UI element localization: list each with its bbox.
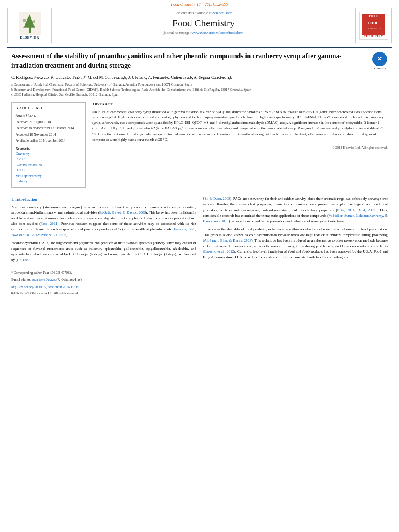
issn-line: 0308-8146/© 2014 Elsevier Ltd. All right… [11,291,388,296]
intro-para-2: Proanthocyanidins (PACs) are oligomeric … [11,240,196,263]
doi-line: http://dx.doi.org/10.1016/j.foodchem.201… [11,284,388,290]
email-author-name: (R. Quirantes-Piné). [56,278,82,281]
science-direct-link[interactable]: ScienceDirect [212,11,232,15]
svg-text:FOOD: FOOD [368,21,379,25]
affiliation-a: a Department of Analytical Chemistry, Fa… [11,82,388,87]
right-para-1: Shi, & Duan, 2008). PACs are noteworthy … [203,196,388,224]
elsevier-logo: ELSEVIER [19,12,41,39]
available-text: Available online 18 November 2014 [16,138,66,142]
keyword-stability: Stability [16,179,81,184]
article-content: Assessment of the stability of proanthoc… [0,52,399,265]
authors-line: C. Rodríguez-Pérez a,b, R. Quirantes-Pin… [11,74,388,80]
article-info-box: ARTICLE INFO Article history: Received 2… [11,102,86,188]
keywords-section: Keywords: Cranberry DMAC Gamma-irradiati… [16,146,81,184]
badge-top-label: FOOD [362,14,385,18]
revised-text: Received in revised form 17 October 2014 [16,126,74,130]
doi-link[interactable]: http://dx.doi.org/10.1016/j.foodchem.201… [11,285,80,289]
intro-para-1: American cranberry (Vaccinium macrocarpo… [11,205,196,238]
history-label: Article history: [16,113,37,117]
email-link[interactable]: rquirantes@ugr.es [32,278,56,281]
food-chemistry-badge: FOOD FOOD CHEMISTRY CHEMISTRY [359,12,388,40]
food-chemistry-badge-icon: FOOD CHEMISTRY [362,18,385,35]
history-label-row: Article history: [16,113,81,119]
intro-number: 1. [11,197,14,201]
elsevier-label: ELSEVIER [20,36,39,39]
science-direct-label: Contents lists available at ScienceDirec… [175,11,233,15]
body-columns: 1. Introduction American cranberry (Vacc… [11,196,388,265]
abstract-text: Shelf life of commercial cranberry syrup… [92,109,388,143]
corresponding-author-note: * Corresponding author. Fax: +34 958 637… [11,271,388,276]
revised-row: Received in revised form 17 October 2014 [16,125,81,131]
authors-text: C. Rodríguez-Pérez a,b, R. Quirantes-Pin… [11,75,232,80]
affiliations-block: a Department of Analytical Chemistry, Fa… [11,82,388,97]
body-section-divider [11,193,388,193]
svg-point-4 [23,19,26,22]
journal-info-center: Contents lists available at ScienceDirec… [52,8,355,43]
affiliation-c: c UGC Pediatría, Hospital Clínico San Ce… [11,92,388,97]
journal-homepage: journal homepage: www.elsevier.com/locat… [164,31,243,35]
article-title-block: Assessment of the stability of proanthoc… [11,52,388,70]
journal-reference: Food Chemistry 174 (2015) 392–399 [171,2,228,6]
body-col-left: 1. Introduction American cranberry (Vacc… [11,196,196,265]
keyword-cranberry: Cranberry [16,151,81,157]
svg-point-5 [33,20,35,23]
article-info-column: ARTICLE INFO Article history: Received 2… [11,102,86,188]
article-info-label: ARTICLE INFO [16,106,81,111]
svg-text:CHEMISTRY: CHEMISTRY [365,27,381,30]
journal-homepage-link[interactable]: www.elsevier.com/locate/foodchem [191,31,243,35]
keywords-list: Cranberry DMAC Gamma-irradiation HPLC Ma… [16,151,81,184]
issn-text: 0308-8146/© 2014 Elsevier Ltd. All right… [11,292,78,295]
available-row: Available online 18 November 2014 [16,138,81,144]
info-abstract-columns: ARTICLE INFO Article history: Received 2… [11,102,388,188]
affiliation-b: b Research and Development Functional Fo… [11,87,388,92]
elsevier-tree-icon [19,12,41,35]
corresponding-label: * Corresponding author. Fax: +34 958 637… [11,271,72,275]
journal-header: ELSEVIER Contents lists available at Sci… [7,8,392,43]
body-col-right: Shi, & Duan, 2008). PACs are noteworthy … [203,196,388,265]
keyword-gamma: Gamma-irradiation [16,162,81,168]
accepted-row: Accepted 10 November 2014 [16,132,81,138]
copyright-line: © 2014 Elsevier Ltd. All rights reserved… [92,145,388,150]
abstract-column: ABSTRACT Shelf life of commercial cranbe… [92,102,388,188]
badge-bottom-label: CHEMISTRY [364,35,383,38]
crossmark-badge: ✕ CrossMark [372,52,388,67]
email-label: E-mail address: [11,278,31,281]
journal-reference-bar: Food Chemistry 174 (2015) 392–399 [0,0,399,8]
received-text: Received 21 August 2014 [16,120,51,124]
received-row: Received 21 August 2014 [16,119,81,125]
crossmark-icon: ✕ [372,52,387,66]
abstract-box: ABSTRACT Shelf life of commercial cranbe… [92,102,388,150]
abstract-label: ABSTRACT [92,102,388,107]
keyword-hplc: HPLC [16,168,81,173]
intro-title: Introduction [15,197,37,201]
header-divider [7,47,392,48]
intro-heading: 1. Introduction [11,196,196,203]
accepted-text: Accepted 10 November 2014 [16,132,56,136]
keyword-mass: Mass spectrometry [16,173,81,179]
keywords-label: Keywords: [16,146,81,152]
article-title-text: Assessment of the stability of proanthoc… [11,52,342,69]
right-para-2: To increase the shelf-life of food produ… [203,227,388,261]
article-footer: * Corresponding author. Fax: +34 958 637… [0,269,399,296]
elsevier-logo-section: ELSEVIER [8,8,52,43]
keyword-dmac: DMAC [16,157,81,162]
food-chemistry-badge-section: FOOD FOOD CHEMISTRY CHEMISTRY [355,8,391,43]
page: Food Chemistry 174 (2015) 392–399 [0,0,399,532]
journal-title: Food Chemistry [172,18,234,29]
email-note: E-mail address: rquirantes@ugr.es (R. Qu… [11,277,388,283]
